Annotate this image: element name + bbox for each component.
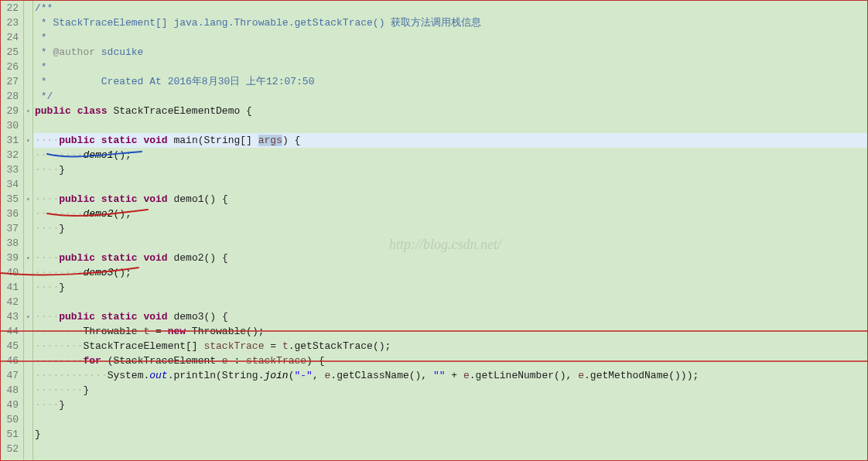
code-line[interactable]: * StackTraceElement[] java.lang.Throwabl…	[33, 15, 867, 30]
code-line[interactable]	[33, 177, 867, 192]
token: Throwable	[83, 326, 143, 337]
token: Throwable();	[186, 326, 264, 337]
code-line[interactable]: /**	[33, 1, 867, 15]
code-line[interactable]	[33, 236, 867, 251]
fold-toggle[interactable]	[24, 133, 32, 148]
line-number: 47	[4, 368, 19, 383]
line-number: 45	[4, 339, 19, 353]
token: *	[35, 61, 47, 73]
code-line[interactable]: ····public static void demo1() {	[33, 192, 867, 207]
fold-toggle[interactable]	[24, 104, 32, 118]
fold-toggle	[24, 60, 32, 74]
fold-toggle	[24, 89, 32, 104]
token: }	[83, 384, 89, 396]
token: =	[149, 326, 167, 337]
code-line[interactable]: *	[33, 30, 867, 45]
fold-toggle	[24, 324, 32, 339]
token: e	[222, 355, 228, 367]
fold-toggle	[24, 177, 32, 192]
line-number: 37	[4, 221, 19, 236]
token: ····	[35, 252, 59, 264]
code-line[interactable]: ····public static void main(String[] arg…	[33, 133, 867, 148]
fold-column	[24, 1, 33, 460]
code-line[interactable]: */	[33, 89, 867, 104]
token: ) {	[282, 135, 300, 146]
fold-toggle	[24, 265, 32, 280]
code-line[interactable]: ····public static void demo2() {	[33, 251, 867, 265]
token: ) {	[306, 355, 324, 367]
fold-toggle	[24, 280, 32, 295]
line-number: 35	[4, 192, 19, 207]
fold-toggle	[24, 412, 32, 427]
fold-toggle	[24, 442, 32, 456]
code-line[interactable]: ····}	[33, 162, 867, 177]
token: stackTrace	[246, 355, 306, 367]
fold-toggle	[24, 398, 32, 412]
token: public	[59, 252, 95, 264]
line-number: 28	[4, 89, 19, 104]
token: .getStackTrace();	[289, 340, 391, 352]
token: ········	[35, 149, 83, 161]
token: */	[35, 90, 53, 102]
token: ();	[113, 208, 131, 220]
code-line[interactable]: ········demo3();	[33, 265, 867, 280]
fold-toggle	[24, 74, 32, 89]
code-editor: 2223242526272829303132333435363738394041…	[1, 1, 867, 460]
code-line[interactable]: ····}	[33, 221, 867, 236]
line-number: 24	[4, 30, 19, 45]
code-line[interactable]	[33, 442, 867, 456]
code-line[interactable]: * Created At 2016年8月30日 上午12:07:50	[33, 74, 867, 89]
code-line[interactable]: ········for (StackTraceElement e : stack…	[33, 353, 867, 368]
code-line[interactable]	[33, 295, 867, 309]
fold-toggle[interactable]	[24, 309, 32, 324]
line-number: 30	[4, 118, 19, 133]
code-line[interactable]: ········}	[33, 383, 867, 398]
code-line[interactable]: ········Throwable t = new Throwable();	[33, 324, 867, 339]
code-line[interactable]	[33, 118, 867, 133]
code-line[interactable]: ····}	[33, 398, 867, 412]
token: t	[282, 340, 289, 352]
code-line[interactable]: ············System.out.println(String.jo…	[33, 368, 867, 383]
line-number: 36	[4, 207, 19, 221]
token: demo3	[83, 267, 113, 278]
line-number: 40	[4, 265, 19, 280]
fold-toggle	[24, 427, 32, 442]
code-area[interactable]: http://blog.csdn.net/ /** * StackTraceEl…	[33, 1, 867, 460]
code-line[interactable]: ····public static void demo3() {	[33, 309, 867, 324]
fold-toggle	[24, 207, 32, 221]
code-line[interactable]: ····}	[33, 280, 867, 295]
line-number: 34	[4, 177, 19, 192]
fold-toggle[interactable]	[24, 192, 32, 207]
token: ,	[313, 370, 325, 381]
code-line[interactable]: public class StackTraceElementDemo {	[33, 104, 867, 118]
token: demo3() {	[168, 311, 228, 323]
token	[95, 193, 101, 205]
fold-toggle	[24, 221, 32, 236]
code-line[interactable]: ········demo1();	[33, 148, 867, 162]
token: StackTraceElementDemo {	[108, 105, 252, 117]
code-line[interactable]: }	[33, 427, 867, 442]
token: ();	[113, 149, 131, 161]
line-number: 23	[4, 15, 19, 30]
line-number: 44	[4, 324, 19, 339]
code-line[interactable]: *	[33, 60, 867, 74]
line-number: 41	[4, 280, 19, 295]
fold-toggle	[24, 236, 32, 251]
token: }	[59, 223, 65, 234]
token: System.	[108, 370, 150, 381]
token: main(String[]	[168, 135, 258, 146]
token: public	[35, 105, 71, 117]
token: static	[101, 252, 138, 264]
token: }	[59, 282, 65, 293]
code-line[interactable]	[33, 412, 867, 427]
code-line[interactable]: ········demo2();	[33, 207, 867, 221]
code-line[interactable]: ········StackTraceElement[] stackTrace =…	[33, 339, 867, 353]
fold-toggle[interactable]	[24, 251, 32, 265]
code-line[interactable]: * @author sdcuike	[33, 45, 867, 60]
token: * StackTraceElement[] java.lang.Throwabl…	[35, 17, 391, 29]
fold-toggle	[24, 295, 32, 309]
token: class	[77, 105, 108, 117]
line-number: 50	[4, 412, 19, 427]
token: *	[35, 46, 53, 58]
line-number-gutter: 2223242526272829303132333435363738394041…	[1, 1, 24, 460]
